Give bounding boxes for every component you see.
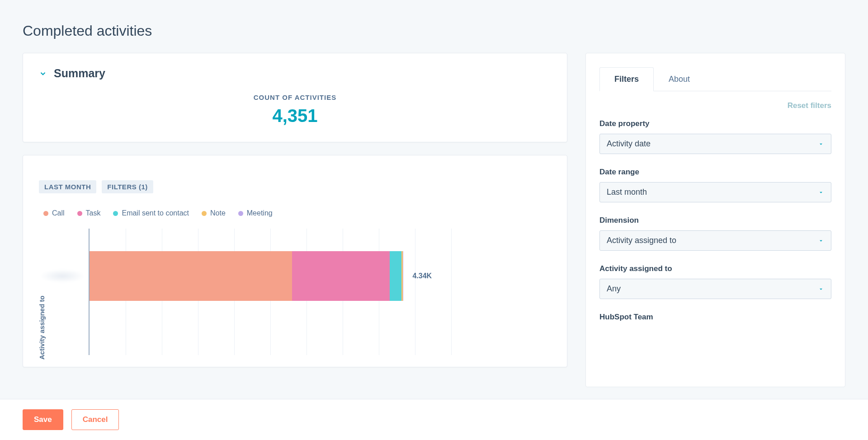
metric-label: COUNT OF ACTIVITIES [39, 94, 551, 101]
filter-label: HubSpot Team [599, 313, 831, 322]
tabs: Filters About [599, 67, 831, 91]
select-value: Any [607, 284, 621, 294]
bar-row: 4.34K [90, 251, 551, 301]
bar-total-label: 4.34K [412, 272, 432, 280]
filter-panel: Filters About Reset filters Date propert… [585, 53, 845, 387]
select-assigned-to[interactable]: Any [599, 279, 831, 299]
cancel-button[interactable]: Cancel [71, 409, 119, 430]
legend-dot-icon [43, 211, 48, 216]
caret-down-icon [818, 238, 824, 244]
page-title: Completed activities [23, 23, 845, 39]
bar-segment-task[interactable] [292, 251, 390, 301]
category-label-redacted [40, 269, 85, 283]
bar-segment-call[interactable] [90, 251, 292, 301]
legend-label: Note [210, 209, 226, 217]
chart-legend: CallTaskEmail sent to contactNoteMeeting [39, 209, 551, 217]
legend-item[interactable]: Note [202, 209, 226, 217]
legend-label: Call [52, 209, 65, 217]
bar-segment-email-sent-to-contact[interactable] [390, 251, 401, 301]
legend-item[interactable]: Task [77, 209, 101, 217]
filter-date-range: Date range Last month [599, 168, 831, 202]
legend-dot-icon [113, 211, 118, 216]
chevron-down-icon[interactable] [39, 70, 47, 78]
select-dimension[interactable]: Activity assigned to [599, 230, 831, 251]
legend-label: Task [86, 209, 101, 217]
filter-assigned-to: Activity assigned to Any [599, 264, 831, 299]
caret-down-icon [818, 189, 824, 196]
caret-down-icon [818, 286, 824, 292]
right-column: Filters About Reset filters Date propert… [585, 53, 845, 387]
filter-dimension: Dimension Activity assigned to [599, 216, 831, 251]
filter-date-property: Date property Activity date [599, 119, 831, 154]
bar-segment-meeting[interactable] [403, 251, 404, 301]
summary-body: COUNT OF ACTIVITIES 4,351 [39, 94, 551, 126]
select-date-property[interactable]: Activity date [599, 134, 831, 154]
select-value: Activity assigned to [607, 236, 676, 245]
content-area: Summary COUNT OF ACTIVITIES 4,351 LAST M… [23, 53, 845, 387]
footer-bar: Save Cancel [0, 399, 868, 440]
legend-dot-icon [238, 211, 243, 216]
save-button[interactable]: Save [23, 409, 63, 430]
chart-plot: 4.34K [89, 229, 551, 355]
filter-label: Activity assigned to [599, 264, 831, 273]
legend-item[interactable]: Email sent to contact [113, 209, 189, 217]
caret-down-icon [818, 141, 824, 147]
chip-date-range[interactable]: LAST MONTH [39, 180, 96, 193]
legend-label: Meeting [247, 209, 273, 217]
metric-value: 4,351 [39, 106, 551, 126]
legend-item[interactable]: Call [43, 209, 65, 217]
legend-dot-icon [202, 211, 207, 216]
select-value: Last month [607, 187, 647, 197]
filter-label: Dimension [599, 216, 831, 225]
tab-about[interactable]: About [654, 67, 705, 91]
summary-title: Summary [54, 67, 105, 80]
filter-label: Date property [599, 119, 831, 128]
reset-filters-link[interactable]: Reset filters [788, 101, 831, 110]
chip-row: LAST MONTH FILTERS (1) [39, 180, 551, 193]
select-value: Activity date [607, 139, 651, 149]
filter-label: Date range [599, 168, 831, 177]
chip-filters[interactable]: FILTERS (1) [102, 180, 153, 193]
legend-item[interactable]: Meeting [238, 209, 273, 217]
legend-label: Email sent to contact [122, 209, 189, 217]
select-date-range[interactable]: Last month [599, 182, 831, 202]
left-column: Summary COUNT OF ACTIVITIES 4,351 LAST M… [23, 53, 567, 367]
tab-filters[interactable]: Filters [599, 67, 654, 91]
summary-card: Summary COUNT OF ACTIVITIES 4,351 [23, 53, 567, 142]
y-axis-label: Activity assigned to [38, 295, 46, 360]
summary-header[interactable]: Summary [39, 67, 551, 80]
chart-area: Activity assigned to 4.34K [89, 229, 551, 355]
chart-card: LAST MONTH FILTERS (1) CallTaskEmail sen… [23, 155, 567, 367]
filter-hubspot-team: HubSpot Team [599, 313, 831, 322]
legend-dot-icon [77, 211, 82, 216]
stacked-bar[interactable] [90, 251, 403, 301]
